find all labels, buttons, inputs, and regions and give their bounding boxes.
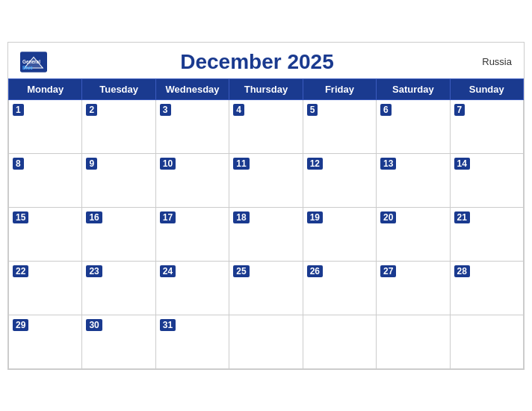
calendar-day-cell: 23 <box>82 261 155 315</box>
calendar-day-cell: 5 <box>303 99 376 153</box>
day-number: 7 <box>454 104 466 116</box>
calendar-day-cell: 2 <box>82 99 155 153</box>
calendar-day-cell <box>229 315 303 368</box>
calendar-day-cell: 16 <box>82 207 155 261</box>
day-number: 15 <box>13 211 28 223</box>
calendar-day-cell: 28 <box>450 261 523 315</box>
svg-text:General: General <box>22 59 40 64</box>
day-number: 20 <box>380 211 396 223</box>
calendar-day-cell <box>377 315 450 368</box>
generalblue-logo-icon: General Blue <box>20 52 47 72</box>
day-number: 3 <box>160 104 171 116</box>
day-number: 24 <box>160 265 176 277</box>
day-number: 25 <box>233 265 249 277</box>
calendar-day-cell <box>303 315 376 368</box>
calendar-day-cell: 26 <box>303 261 376 315</box>
day-number: 19 <box>307 211 323 223</box>
calendar-day-cell: 3 <box>155 99 229 153</box>
calendar-day-cell: 30 <box>82 315 155 368</box>
calendar-day-cell: 1 <box>9 99 82 153</box>
day-number: 16 <box>86 211 102 223</box>
day-number: 5 <box>307 104 318 116</box>
day-number: 31 <box>160 319 176 331</box>
calendar-day-cell: 10 <box>155 153 229 207</box>
calendar-day-cell: 29 <box>9 315 82 368</box>
day-number: 12 <box>307 158 323 170</box>
calendar-day-cell: 9 <box>82 153 155 207</box>
day-number: 13 <box>380 158 396 170</box>
day-number: 17 <box>160 211 176 223</box>
day-number: 29 <box>13 319 28 331</box>
weekday-friday: Friday <box>303 78 376 99</box>
day-number: 26 <box>307 265 323 277</box>
calendar-week-row: 22232425262728 <box>9 261 524 315</box>
day-number: 28 <box>454 265 470 277</box>
calendar-week-row: 891011121314 <box>9 153 524 207</box>
calendar-day-cell <box>450 315 523 368</box>
calendar-day-cell: 13 <box>377 153 450 207</box>
calendar-day-cell: 7 <box>450 99 523 153</box>
calendar-day-cell: 31 <box>155 315 229 368</box>
weekday-sunday: Sunday <box>450 78 523 99</box>
weekday-tuesday: Tuesday <box>82 78 155 99</box>
day-number: 11 <box>233 158 249 170</box>
day-number: 22 <box>13 265 28 277</box>
logo-area: General Blue <box>20 52 47 72</box>
calendar-day-cell: 22 <box>9 261 82 315</box>
calendar-day-cell: 15 <box>9 207 82 261</box>
weekday-saturday: Saturday <box>377 78 450 99</box>
calendar-day-cell: 19 <box>303 207 376 261</box>
weekday-wednesday: Wednesday <box>155 78 229 99</box>
calendar-day-cell: 27 <box>377 261 450 315</box>
day-number: 6 <box>380 104 392 116</box>
day-number: 14 <box>454 158 470 170</box>
day-number: 23 <box>86 265 102 277</box>
calendar-day-cell: 14 <box>450 153 523 207</box>
calendar-day-cell: 6 <box>377 99 450 153</box>
day-number: 30 <box>86 319 102 331</box>
calendar-day-cell: 18 <box>229 207 303 261</box>
day-number: 1 <box>13 104 24 116</box>
day-number: 8 <box>13 158 24 170</box>
calendar: General Blue December 2025 Russia Monday… <box>7 42 525 370</box>
weekday-header-row: Monday Tuesday Wednesday Thursday Friday… <box>9 78 524 99</box>
day-number: 2 <box>86 104 97 116</box>
day-number: 4 <box>233 104 244 116</box>
country-label: Russia <box>467 56 512 67</box>
day-number: 18 <box>233 211 249 223</box>
day-number: 27 <box>380 265 396 277</box>
calendar-day-cell: 11 <box>229 153 303 207</box>
calendar-week-row: 15161718192021 <box>9 207 524 261</box>
svg-text:Blue: Blue <box>22 65 33 70</box>
day-number: 10 <box>160 158 176 170</box>
calendar-day-cell: 12 <box>303 153 376 207</box>
calendar-day-cell: 4 <box>229 99 303 153</box>
weekday-thursday: Thursday <box>229 78 303 99</box>
day-number: 9 <box>86 158 97 170</box>
month-title: December 2025 <box>47 50 467 74</box>
calendar-day-cell: 21 <box>450 207 523 261</box>
calendar-table: Monday Tuesday Wednesday Thursday Friday… <box>8 78 524 369</box>
calendar-week-row: 293031 <box>9 315 524 368</box>
calendar-day-cell: 8 <box>9 153 82 207</box>
calendar-header: General Blue December 2025 Russia <box>8 43 524 78</box>
calendar-day-cell: 25 <box>229 261 303 315</box>
calendar-day-cell: 17 <box>155 207 229 261</box>
calendar-day-cell: 24 <box>155 261 229 315</box>
calendar-week-row: 1234567 <box>9 99 524 153</box>
day-number: 21 <box>454 211 470 223</box>
weekday-monday: Monday <box>9 78 82 99</box>
calendar-day-cell: 20 <box>377 207 450 261</box>
